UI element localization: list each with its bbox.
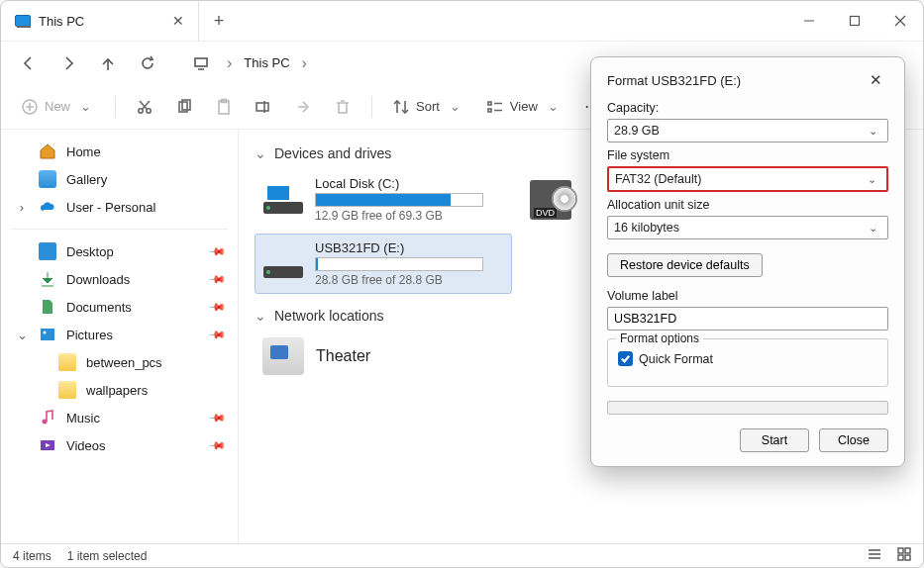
back-button[interactable]: [11, 47, 47, 79]
drive-free-text: 12.9 GB free of 69.3 GB: [315, 209, 503, 223]
tab-close-button[interactable]: ✕: [172, 13, 184, 29]
explorer-window: This PC ✕ + › This PC › New ⌄: [0, 0, 924, 568]
svg-rect-5: [195, 58, 207, 66]
close-button[interactable]: Close: [819, 428, 888, 452]
chevron-icon[interactable]: ›: [298, 54, 311, 72]
volume-label-label: Volume label: [607, 289, 888, 303]
expand-icon[interactable]: ›: [15, 200, 29, 215]
thumbnails-view-button[interactable]: [897, 547, 911, 564]
format-progress-bar: [607, 401, 888, 415]
forward-button[interactable]: [51, 47, 86, 79]
group-label: Network locations: [274, 308, 384, 324]
sidebar-item-music[interactable]: Music 📌: [7, 404, 232, 431]
sidebar-label: Home: [66, 144, 101, 159]
sidebar-item-between-pcs[interactable]: between_pcs: [7, 348, 232, 376]
pin-icon: 📌: [207, 408, 226, 426]
sidebar-item-pictures[interactable]: ⌄ Pictures 📌: [7, 321, 232, 348]
documents-icon: [39, 298, 56, 316]
sidebar-label: Videos: [66, 438, 106, 453]
svg-point-34: [44, 331, 47, 334]
sidebar-item-downloads[interactable]: Downloads 📌: [7, 265, 232, 293]
start-button[interactable]: Start: [740, 428, 809, 452]
quick-format-checkbox[interactable]: [618, 351, 633, 366]
svg-rect-33: [41, 329, 54, 340]
sort-icon: [392, 98, 410, 116]
chevron-down-icon: ⌄: [865, 125, 881, 138]
volume-label-input[interactable]: [607, 307, 888, 331]
copy-button[interactable]: [167, 94, 201, 120]
new-button[interactable]: New ⌄: [13, 94, 103, 120]
pictures-icon: [39, 326, 56, 343]
allocation-size-select[interactable]: 16 kilobytes ⌄: [607, 216, 888, 239]
format-options-group: Format options Quick Format: [607, 338, 888, 387]
downloads-icon: [39, 270, 56, 288]
refresh-button[interactable]: [130, 47, 165, 79]
drive-local-disk-c[interactable]: Local Disk (C:) 12.9 GB free of 69.3 GB: [255, 169, 512, 230]
minimize-button[interactable]: [786, 1, 832, 41]
drive-dvd[interactable]: DVD: [526, 180, 575, 220]
sort-button[interactable]: Sort ⌄: [384, 94, 472, 120]
dvd-label: DVD: [534, 208, 557, 218]
sidebar-item-videos[interactable]: Videos 📌: [7, 431, 232, 459]
sidebar-item-documents[interactable]: Documents 📌: [7, 293, 232, 321]
file-system-label: File system: [607, 148, 888, 162]
file-system-select[interactable]: FAT32 (Default) ⌄: [607, 166, 888, 192]
drive-usb321fd-e[interactable]: USB321FD (E:) 28.8 GB free of 28.8 GB: [255, 234, 512, 294]
drive-name: Local Disk (C:): [315, 176, 503, 191]
status-selected-count: 1 item selected: [67, 549, 148, 563]
share-button[interactable]: [286, 94, 320, 120]
delete-button[interactable]: [326, 94, 359, 120]
sidebar-item-wallpapers[interactable]: wallpapers: [7, 376, 232, 404]
breadcrumb-this-pc[interactable]: This PC: [240, 55, 293, 70]
network-item-label: Theater: [316, 347, 370, 365]
sidebar-label: User - Personal: [66, 200, 155, 215]
sidebar-item-user-personal[interactable]: › User - Personal: [7, 193, 232, 221]
sidebar-label: Documents: [66, 300, 132, 315]
titlebar: This PC ✕ +: [1, 1, 923, 41]
folder-icon: [58, 381, 76, 399]
details-view-button[interactable]: [868, 547, 881, 564]
tab-this-pc[interactable]: This PC ✕: [1, 1, 199, 41]
svg-rect-42: [905, 548, 910, 553]
chevron-down-icon: ⌄: [865, 222, 881, 235]
share-icon: [294, 98, 312, 116]
scissors-icon: [136, 98, 154, 116]
plus-circle-icon: [21, 98, 39, 116]
drive-usage-bar: [315, 257, 483, 271]
chevron-icon: ›: [223, 54, 236, 72]
svg-rect-20: [257, 103, 268, 111]
sidebar-item-desktop[interactable]: Desktop 📌: [7, 237, 232, 265]
allocation-size-label: Allocation unit size: [607, 198, 888, 212]
sidebar-item-home[interactable]: Home: [7, 138, 232, 165]
paste-button[interactable]: [207, 94, 241, 120]
pin-icon: 📌: [207, 269, 226, 288]
restore-defaults-button[interactable]: Restore device defaults: [607, 253, 763, 277]
drive-free-text: 28.8 GB free of 28.8 GB: [315, 273, 503, 287]
format-options-legend: Format options: [616, 331, 703, 345]
window-controls: [786, 1, 923, 41]
dialog-close-button[interactable]: ✕: [864, 69, 888, 91]
maximize-button[interactable]: [832, 1, 877, 41]
breadcrumb-root-icon[interactable]: [183, 47, 219, 79]
media-device-icon: [262, 337, 304, 375]
file-system-value: FAT32 (Default): [615, 172, 701, 186]
expand-icon[interactable]: ⌄: [15, 328, 29, 342]
close-window-button[interactable]: [877, 1, 923, 41]
sidebar-item-gallery[interactable]: Gallery: [7, 165, 232, 193]
folder-icon: [58, 353, 76, 371]
view-button[interactable]: View ⌄: [478, 94, 570, 120]
sort-label: Sort: [416, 99, 440, 114]
cut-button[interactable]: [128, 94, 161, 120]
format-dialog: Format USB321FD (E:) ✕ Capacity: 28.9 GB…: [590, 56, 905, 467]
drive-name: USB321FD (E:): [315, 240, 503, 255]
chevron-down-icon: ⌄: [544, 99, 563, 114]
drive-icon: [263, 186, 303, 214]
up-button[interactable]: [90, 47, 126, 79]
clipboard-icon: [215, 98, 233, 116]
sidebar-label: Desktop: [66, 244, 114, 259]
home-icon: [39, 142, 56, 160]
capacity-select[interactable]: 28.9 GB ⌄: [607, 119, 888, 142]
rename-button[interactable]: [247, 94, 280, 120]
new-tab-button[interactable]: +: [199, 11, 239, 32]
group-label: Devices and drives: [274, 145, 391, 161]
